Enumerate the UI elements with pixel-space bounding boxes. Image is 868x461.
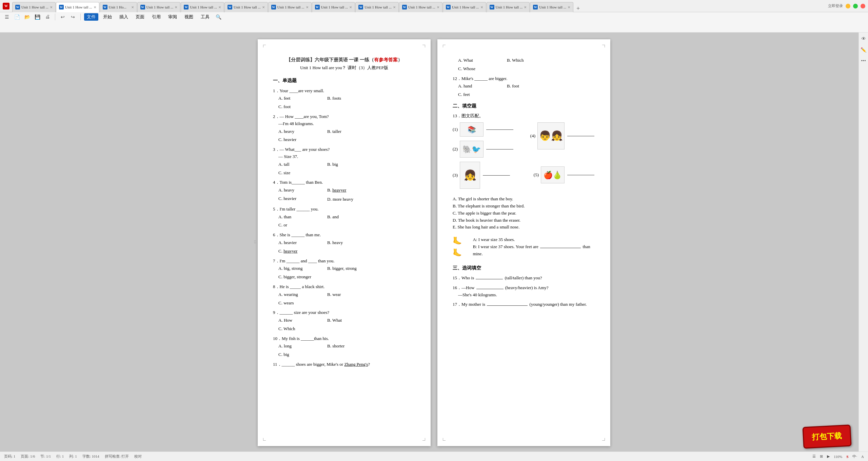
q13-blank-2 [486,149,513,149]
tab-11[interactable]: W Unit 1 How tall ... ✕ [443,2,486,12]
main-content-area: ⠿ 【分层训练】六年级下册英语 一课 一练（有参考答案） Unit 1 How … [0,33,868,452]
corner-tr [422,45,425,47]
q13-num-1: (1) [453,126,458,133]
open-button[interactable]: 📂 [23,13,31,21]
maximize-button[interactable] [853,4,858,8]
tab-close-1[interactable]: ✕ [48,5,53,9]
tab-close-6[interactable]: ✕ [261,5,265,9]
q13-content: (1) 📚 (2) 🐘🐦 (3) 👧 [453,122,595,193]
menu-review[interactable]: 引用 [149,13,163,21]
tab-close-10[interactable]: ✕ [435,5,439,9]
minimize-button[interactable] [846,4,850,8]
tab-label-4: Unit 1 How tall ... [146,5,174,9]
menu-page[interactable]: 插入 [117,13,131,21]
q12-opt-a: A. hand [458,83,506,90]
q13-num-4: (4) [530,133,535,140]
tab-9[interactable]: W Unit 1 How tall ... ✕ [355,2,399,12]
title-prefix: 【分层训练】六年级下册英语 一课 一练（ [286,57,374,62]
right-icon-5[interactable]: ✏️ [861,47,866,53]
tab-2[interactable]: W Unit 1 How tall ... ✕ [56,2,99,12]
right-icon-6[interactable]: ••• [861,58,866,64]
menu-button[interactable]: ☰ [3,13,11,21]
user-account[interactable]: 立即登录 [828,3,843,8]
q3-text: 3．— What___ are your shoes? [273,146,415,153]
status-total-pages: 页面: 1/6 [21,454,35,459]
tab-close-2[interactable]: ✕ [92,5,96,9]
corner-tr-p2 [602,45,605,47]
new-tab-button[interactable]: + [574,5,583,12]
tab-4[interactable]: W Unit 1 How tall ... ✕ [137,2,181,12]
tabs-container: W Unit 1 How tall ... ✕ W Unit 1 How tal… [12,0,825,12]
menu-view[interactable]: 审阅 [165,13,180,21]
menu-tools[interactable]: 视图 [182,13,196,21]
tab-3[interactable]: W Unit 1 Ho... ✕ [100,2,137,12]
question-4: 4．Tom is______ than Ben. A. heavy B. hea… [273,179,415,203]
tab-13[interactable]: W Unit 1 How tall ... ✕ [530,2,573,12]
new-doc-button[interactable]: 📄 [13,13,21,21]
drag-handle[interactable]: ⠿ [254,239,257,246]
q14-textB: B: I wear size 37 shoes. Your feet are t… [473,243,595,258]
corner-tl-p2 [443,45,446,47]
print-button[interactable]: 🖨 [43,13,52,21]
download-button[interactable]: 打包下载 [802,424,851,448]
tab-close-9[interactable]: ✕ [392,5,396,9]
tab-close-3[interactable]: ✕ [130,5,134,9]
tab-10[interactable]: W Unit 1 How tall ... ✕ [399,2,442,12]
q13-blank-3 [483,175,510,176]
q13-item-3: (3) 👧 [453,162,524,189]
status-layout-icon-2[interactable]: ⊞ [820,454,823,459]
tab-label-13: Unit 1 How tall ... [539,5,566,9]
status-word-count: 字数: 1014 [82,454,99,459]
tab-close-13[interactable]: ✕ [566,5,570,9]
status-page: 页码: 1 [4,454,15,459]
tab-close-4[interactable]: ✕ [173,5,177,9]
tab-label-11: Unit 1 How tall ... [452,5,479,9]
tab-6[interactable]: W Unit 1 How tall ... ✕ [224,2,268,12]
q10-options: A. long B. shorter C. big [278,343,415,358]
q13-choice-e: E. She has long hair and a small nose. [453,224,595,231]
save-button[interactable]: 💾 [33,13,41,21]
status-input: A [861,455,864,459]
tab-label-6: Unit 1 How tall ... [234,5,261,9]
menu-ref[interactable]: 页面 [133,13,147,21]
search-button[interactable]: 🔍 [214,13,222,21]
q13-item-2: (2) 🐘🐦 [453,141,524,158]
tab-12[interactable]: W Unit 1 How tall ... ✕ [487,2,530,12]
toolbar: ☰ 📄 📂 💾 🖨 ↩ ↪ 文件 开始 插入 页面 引用 审阅 视图 工具 🔍 [0,12,868,33]
redo-button[interactable]: ↪ [69,13,77,21]
menu-insert[interactable]: 开始 [100,13,115,21]
menu-home[interactable]: 文件 [84,13,98,21]
tab-icon-6: W [228,5,232,9]
q10-opt-b: B. shorter [327,343,375,350]
tab-close-8[interactable]: ✕ [348,5,352,9]
tab-icon-13: W [533,5,538,9]
section-3-title: 三、选词填空 [453,264,595,272]
tab-close-11[interactable]: ✕ [479,5,483,9]
q13-illus-3: 👧 [460,162,480,189]
q13-illus-2: 🐘🐦 [460,141,484,158]
q1-opt-c: C. foot [278,103,326,111]
tab-close-5[interactable]: ✕ [217,5,221,9]
q1-text: 1．Your ____are very small. [273,87,415,95]
status-layout-icon-3[interactable]: ▶ [827,454,830,459]
question-15: 15．Who is (tall/taller) than you? [453,275,595,282]
q5-opt-c: C. or [278,222,326,229]
q3-opt-b: B. big [327,161,375,168]
status-layout-icon-1[interactable]: ☰ [812,454,816,459]
tab-close-7[interactable]: ✕ [304,5,309,9]
corner-tl [263,45,266,47]
tab-close-12[interactable]: ✕ [522,5,527,9]
close-button[interactable] [861,4,865,8]
tab-7[interactable]: W Unit 1 How tall ... ✕ [268,2,312,12]
q13-choice-d: D. The book is heavier than the eraser. [453,217,595,224]
undo-button[interactable]: ↩ [59,13,67,21]
tab-1[interactable]: W Unit 1 How tall ... ✕ [12,2,56,12]
q14-textA: A: I wear size 35 shoes. [473,236,595,243]
q2-text: 2．— How ____are you, Tom? [273,113,415,120]
right-icon-4[interactable]: 👁 [861,36,866,42]
q11-opt-c: C. Whose [458,65,506,73]
menu-vip[interactable]: 工具 [198,13,212,21]
tab-8[interactable]: W Unit 1 How tall ... ✕ [312,2,355,12]
tab-5[interactable]: W Unit 1 How tall ... ✕ [181,2,224,12]
q12-text: 12．Mike's ______ are bigger. [453,75,595,82]
